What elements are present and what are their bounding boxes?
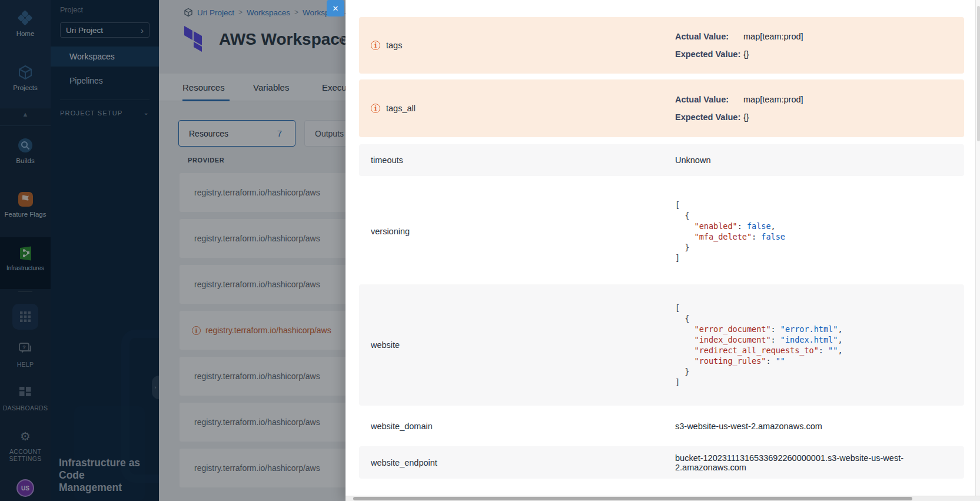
horizontal-scrollbar-track[interactable] [346, 496, 980, 501]
horizontal-scrollbar-thumb[interactable] [353, 497, 912, 500]
drawer-close-button[interactable]: ✕ [327, 0, 344, 16]
attribute-name-text: website [371, 340, 400, 350]
attribute-row-website-endpoint: website_endpoint bucket-1202311131653369… [359, 446, 964, 479]
attribute-json-value: [ { "enabled": false, "mfa_delete": fals… [675, 200, 785, 263]
attribute-name-text: timeouts [371, 155, 403, 165]
expected-value-label: Expected Value: [675, 49, 741, 59]
attribute-value: bucket-12023111316533692260000001.s3-web… [675, 453, 964, 472]
expected-value: {} [743, 49, 749, 59]
attribute-row-versioning: versioning [ { "enabled": false, "mfa_de… [359, 181, 964, 281]
attribute-row-tags-all: i tags_all Actual Value: map[team:prod] … [359, 79, 964, 137]
actual-value-label: Actual Value: [675, 32, 741, 41]
attribute-drift-values: Actual Value: map[team:prod] Expected Va… [675, 95, 803, 122]
drift-info-icon: i [371, 41, 380, 50]
app-window: ▲ Home [0, 0, 980, 501]
vertical-scrollbar-track[interactable] [975, 0, 980, 496]
close-icon: ✕ [333, 4, 339, 13]
attribute-row-tags: i tags Actual Value: map[team:prod] Expe… [359, 17, 964, 74]
attribute-row-timeouts: timeouts Unknown [359, 144, 964, 176]
attribute-name-text: tags_all [386, 104, 416, 113]
expected-value-label: Expected Value: [675, 112, 741, 122]
attribute-name: i tags [371, 41, 402, 50]
attribute-drift-values: Actual Value: map[team:prod] Expected Va… [675, 32, 803, 59]
actual-value-label: Actual Value: [675, 95, 741, 104]
attribute-row-website-domain: website_domain s3-website-us-west-2.amaz… [359, 412, 964, 440]
attribute-name-text: website_endpoint [371, 458, 437, 467]
expected-value: {} [743, 112, 749, 122]
attribute-name-text: website_domain [371, 422, 433, 431]
actual-value: map[team:prod] [743, 32, 803, 41]
attribute-name: i tags_all [371, 104, 416, 113]
attribute-row-website: website [ { "error_document": "error.htm… [359, 284, 964, 406]
drift-info-icon: i [371, 104, 380, 113]
attribute-json-value: [ { "error_document": "error.html", "ind… [675, 303, 843, 387]
attribute-value: s3-website-us-west-2.amazonaws.com [675, 422, 822, 431]
actual-value: map[team:prod] [743, 95, 803, 104]
attribute-name-text: tags [386, 41, 402, 50]
resource-detail-drawer: i tags Actual Value: map[team:prod] Expe… [346, 0, 980, 501]
attribute-value: Unknown [675, 155, 710, 165]
attribute-name-text: versioning [371, 227, 410, 236]
vertical-scrollbar-thumb[interactable] [977, 6, 980, 141]
